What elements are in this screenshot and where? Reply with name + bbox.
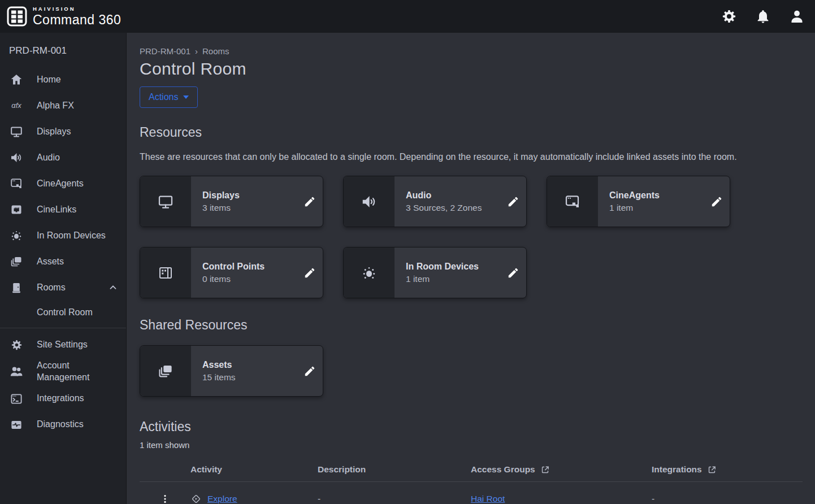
sidebar-item-alpha-fx[interactable]: αfx Alpha FX [0,93,126,119]
card-title: Control Points [202,262,297,272]
gear-icon [9,337,24,352]
card-title: CineAgents [609,190,704,201]
sidebar-item-home[interactable]: Home [0,67,126,93]
sidebar-item-control-room[interactable]: Control Room [0,301,126,324]
cineagents-window-icon [547,176,598,227]
sidebar-divider [0,328,126,328]
sidebar-item-displays[interactable]: Displays [0,119,126,145]
ethernet-port-icon [9,202,24,217]
table-header-row: Activity Description Access Groups [140,459,803,482]
speaker-icon [344,176,395,227]
page-title: Control Room [140,59,803,79]
resources-description: These are resources that can only be all… [140,150,795,163]
edit-pencil-icon[interactable] [297,346,323,396]
explore-activity-icon [190,493,202,504]
product-name: Command 360 [33,14,121,27]
row-description: - [318,482,471,504]
users-icon [9,364,24,379]
sidebar-item-label: CineAgents [37,178,118,190]
sidebar-item-label: Assets [37,256,118,268]
card-subtitle: 0 items [202,274,297,284]
stacked-assets-icon [140,346,191,396]
edit-pencil-icon[interactable] [297,176,323,227]
breadcrumb-site-link[interactable]: PRD-RM-001 [140,46,190,56]
in-room-device-icon [9,228,24,243]
sidebar-item-label: Account Management [37,360,118,384]
display-icon [9,124,24,139]
sidebar-item-label: CineLinks [37,204,118,216]
door-icon [9,280,24,295]
sidebar-item-audio[interactable]: Audio [0,145,126,171]
card-subtitle: 3 items [202,203,297,213]
main-content: PRD-RM-001 › Rooms Control Room Actions … [127,33,815,504]
column-label: Access Groups [471,464,535,475]
column-activity: Activity [190,459,318,482]
site-label: PRD-RM-001 [0,33,126,67]
column-description: Description [318,459,471,482]
notifications-bell-icon[interactable] [755,8,771,24]
actions-button[interactable]: Actions [140,86,198,108]
table-row: Explore - Hai Root - [140,482,803,504]
sidebar-item-cinelinks[interactable]: CineLinks [0,197,126,223]
sidebar-item-label: In Room Devices [37,230,118,242]
cineagents-window-icon [9,176,24,191]
settings-gear-icon[interactable] [721,8,737,24]
activities-heading: Activities [140,419,803,435]
activities-count: 1 item shown [140,440,803,450]
resource-card-audio: Audio 3 Sources, 2 Zones [343,176,527,227]
sidebar-item-label: Site Settings [37,339,118,351]
sidebar-item-account-management[interactable]: Account Management [0,358,126,386]
card-subtitle: 3 Sources, 2 Zones [406,203,500,213]
sidebar-item-label: Rooms [37,282,95,294]
sidebar-item-assets[interactable]: Assets [0,249,126,275]
sidebar-item-label: Diagnostics [37,419,118,431]
brand-logo: HAIVISION Command 360 [7,6,121,27]
control-panel-icon [140,247,191,298]
access-group-link[interactable]: Hai Root [471,494,505,503]
sidebar: PRD-RM-001 Home αfx Alpha FX Dis [0,33,127,504]
external-link-icon[interactable] [707,465,717,475]
resources-heading: Resources [140,125,803,140]
edit-pencil-icon[interactable] [704,176,730,227]
resource-card-assets: Assets 15 items [140,345,323,397]
activity-explore-link[interactable]: Explore [207,494,237,504]
external-link-icon[interactable] [540,465,550,475]
column-menu [140,459,190,482]
actions-button-label: Actions [149,92,178,102]
display-icon [140,176,191,227]
brand-name: HAIVISION [33,6,121,12]
sidebar-item-label: Audio [37,152,118,164]
sidebar-item-cineagents[interactable]: CineAgents [0,171,126,197]
resource-card-control-points: Control Points 0 items [140,247,323,298]
card-title: Audio [406,190,500,201]
breadcrumb-separator: › [195,46,198,56]
edit-pencil-icon[interactable] [297,247,323,298]
breadcrumb-rooms-link[interactable]: Rooms [202,46,229,56]
breadcrumb: PRD-RM-001 › Rooms [140,46,803,56]
edit-pencil-icon[interactable] [500,176,526,227]
sidebar-item-label: Integrations [37,393,118,405]
sidebar-item-integrations[interactable]: Integrations [0,386,126,412]
sidebar-item-site-settings[interactable]: Site Settings [0,332,126,358]
row-kebab-menu-icon[interactable] [156,490,174,504]
sidebar-item-label: Alpha FX [37,100,118,112]
sidebar-item-diagnostics[interactable]: Diagnostics [0,412,126,438]
column-integrations: Integrations [652,459,803,482]
stacked-assets-icon [9,254,24,269]
caret-down-icon [183,95,189,99]
user-account-icon[interactable] [789,8,805,24]
topbar: HAIVISION Command 360 [0,0,815,33]
sidebar-item-label: Home [37,74,118,86]
sidebar-item-rooms[interactable]: Rooms [0,275,126,301]
row-integrations: - [652,482,803,504]
resource-card-in-room-devices: In Room Devices 1 item [343,247,527,298]
column-label: Integrations [652,464,702,475]
card-title: In Room Devices [406,262,500,272]
sidebar-item-in-room-devices[interactable]: In Room Devices [0,223,126,249]
edit-pencil-icon[interactable] [500,247,526,298]
activities-table: Activity Description Access Groups [140,459,803,504]
in-room-device-icon [344,247,395,298]
card-subtitle: 1 item [406,274,500,284]
sidebar-subitem-label: Control Room [37,307,93,318]
speaker-icon [9,150,24,165]
